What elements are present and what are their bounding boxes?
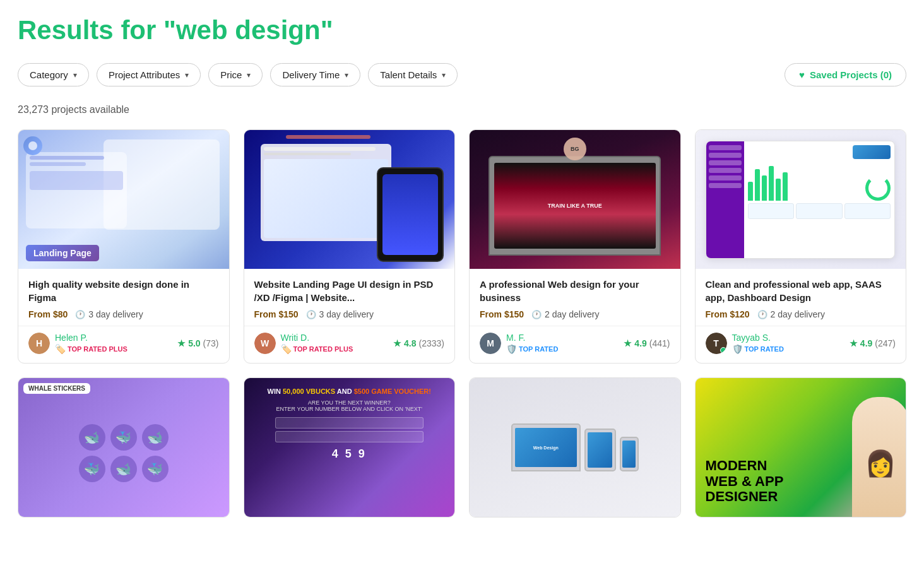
seller-name[interactable]: Helen P. — [55, 333, 127, 343]
card-price: From $120 — [706, 309, 750, 319]
card-delivery: 🕐 3 day delivery — [306, 309, 374, 319]
cards-grid: Landing Page High quality website design… — [18, 129, 906, 364]
top-rated-plus-badge: 🏷️ TOP RATED PLUS — [281, 344, 353, 354]
heart-icon: ♥ — [799, 69, 805, 80]
seller-info: M M. F. 🛡️ TOP RATED — [480, 333, 558, 354]
online-indicator — [720, 347, 726, 353]
badge-icon: 🏷️ — [55, 344, 66, 354]
project-card: WHALE STICKERS 🐋 🐳 🐋 🐳 🐋 🐳 — [18, 377, 230, 518]
delivery-time-filter[interactable]: Delivery Time ▾ — [270, 63, 360, 86]
card-meta: From $120 🕐 2 day delivery — [706, 309, 896, 319]
clock-icon: 🕐 — [75, 310, 85, 319]
card-footer: T Tayyab S. 🛡️ TOP RATED ★ 4.9 (247) — [696, 326, 906, 363]
project-card: BG TRAIN LIKE A TRUE A professional Web … — [469, 129, 681, 364]
project-card: Landing Page High quality website design… — [18, 129, 230, 364]
badge-icon: 🛡️ — [732, 344, 743, 354]
card-price: From $150 — [480, 309, 524, 319]
card-body: Website Landing Page UI design in PSD /X… — [244, 269, 455, 326]
seller-info: H Helen P. 🏷️ TOP RATED PLUS — [28, 333, 127, 354]
card-delivery: 🕐 2 day delivery — [531, 309, 599, 319]
card-footer: H Helen P. 🏷️ TOP RATED PLUS ★ 5.0 (73) — [18, 326, 229, 363]
game-promo-text: WIN 50,000 VBUCKS AND $500 GAME VOUCHER! — [268, 387, 431, 396]
card-thumbnail[interactable]: WIN 50,000 VBUCKS AND $500 GAME VOUCHER!… — [244, 378, 455, 517]
rating-score: 5.0 — [188, 338, 200, 348]
avatar: T — [706, 333, 727, 354]
seller-info: W Writi D. 🏷️ TOP RATED PLUS — [254, 333, 353, 354]
stickers-label: WHALE STICKERS — [23, 383, 90, 394]
landing-page-badge: Landing Page — [26, 245, 99, 261]
card-footer: M M. F. 🛡️ TOP RATED ★ 4.9 (441) — [470, 326, 680, 363]
project-card: MODERNWEB & APPDESIGNER 👩 — [695, 377, 907, 518]
card-meta: From $150 🕐 2 day delivery — [480, 309, 670, 319]
talent-details-filter-label: Talent Details — [380, 69, 437, 80]
category-filter[interactable]: Category ▾ — [18, 63, 89, 86]
star-icon: ★ — [624, 338, 632, 348]
rating-count: (441) — [649, 338, 670, 348]
card-price: From $150 — [254, 309, 299, 319]
top-rated-badge: 🛡️ TOP RATED — [506, 344, 558, 354]
project-card: Website Landing Page UI design in PSD /X… — [244, 129, 456, 364]
seller-name[interactable]: Writi D. — [281, 333, 353, 343]
game-sub-text: ARE YOU THE NEXT WINNER?ENTER YOUR NUMBE… — [276, 399, 422, 412]
avatar-initial: M — [480, 333, 501, 354]
saved-projects-label: Saved Projects (0) — [810, 69, 892, 80]
clock-icon: 🕐 — [531, 310, 542, 319]
page-title: Results for "web design" — [18, 15, 906, 45]
card-delivery: 🕐 3 day delivery — [75, 309, 143, 319]
delivery-time-filter-label: Delivery Time — [282, 69, 340, 80]
rating-count: (247) — [875, 338, 896, 348]
card-thumbnail[interactable] — [696, 130, 906, 269]
card-thumbnail[interactable]: Landing Page — [18, 130, 229, 269]
card-thumbnail[interactable]: WHALE STICKERS 🐋 🐳 🐋 🐳 🐋 🐳 — [18, 378, 229, 517]
chevron-down-icon: ▾ — [442, 71, 446, 80]
clock-icon: 🕐 — [757, 310, 767, 319]
chevron-down-icon: ▾ — [345, 71, 348, 80]
rating: ★ 4.8 (2333) — [393, 338, 444, 348]
card-thumbnail[interactable]: BG TRAIN LIKE A TRUE — [470, 130, 680, 269]
project-attributes-filter[interactable]: Project Attributes ▾ — [97, 63, 201, 86]
avatar: W — [254, 333, 276, 354]
seller-name[interactable]: Tayyab S. — [732, 333, 784, 343]
star-icon: ★ — [177, 338, 186, 348]
category-filter-label: Category — [30, 69, 68, 80]
card-thumbnail[interactable]: Web Design — [470, 378, 680, 517]
rating: ★ 4.9 (441) — [624, 338, 670, 348]
project-card: Web Design — [469, 377, 681, 518]
card-title: A professional Web design for your busin… — [480, 278, 670, 304]
avatar-initial: H — [28, 333, 50, 354]
card-thumbnail[interactable] — [244, 130, 455, 269]
card-title: Website Landing Page UI design in PSD /X… — [254, 278, 445, 304]
card-meta: From $80 🕐 3 day delivery — [28, 309, 219, 319]
modern-designer-text: MODERNWEB & APPDESIGNER — [706, 458, 784, 504]
rating-score: 4.9 — [634, 338, 646, 348]
card-thumbnail[interactable]: MODERNWEB & APPDESIGNER 👩 — [696, 378, 906, 517]
rating-count: (2333) — [419, 338, 444, 348]
seller-info: T Tayyab S. 🛡️ TOP RATED — [706, 333, 784, 354]
project-card: Clean and professional web app, SAAS app… — [695, 129, 907, 364]
rating: ★ 5.0 (73) — [177, 338, 218, 348]
avatar: H — [28, 333, 50, 354]
project-attributes-filter-label: Project Attributes — [109, 69, 180, 80]
results-count: 23,273 projects available — [18, 104, 906, 115]
filters-row: Category ▾ Project Attributes ▾ Price ▾ … — [18, 63, 906, 86]
seller-name[interactable]: M. F. — [506, 333, 558, 343]
chevron-down-icon: ▾ — [185, 71, 189, 80]
star-icon: ★ — [850, 338, 858, 348]
rating-score: 4.9 — [860, 338, 872, 348]
rating-count: (73) — [203, 338, 219, 348]
card-footer: W Writi D. 🏷️ TOP RATED PLUS ★ 4.8 (2333… — [244, 326, 455, 363]
card-body: A professional Web design for your busin… — [470, 269, 680, 326]
badge-icon: 🏷️ — [281, 344, 292, 354]
price-filter[interactable]: Price ▾ — [208, 63, 263, 86]
badge-icon: 🛡️ — [506, 344, 517, 354]
devices-preview: Web Design — [511, 423, 639, 471]
rating: ★ 4.9 (247) — [850, 338, 896, 348]
saved-projects-button[interactable]: ♥ Saved Projects (0) — [785, 63, 906, 86]
clock-icon: 🕐 — [306, 310, 316, 319]
card-meta: From $150 🕐 3 day delivery — [254, 309, 445, 319]
avatar-initial: W — [254, 333, 276, 354]
talent-details-filter[interactable]: Talent Details ▾ — [368, 63, 458, 86]
chevron-down-icon: ▾ — [247, 71, 251, 80]
top-rated-plus-badge: 🏷️ TOP RATED PLUS — [55, 344, 127, 354]
star-icon: ★ — [393, 338, 401, 348]
